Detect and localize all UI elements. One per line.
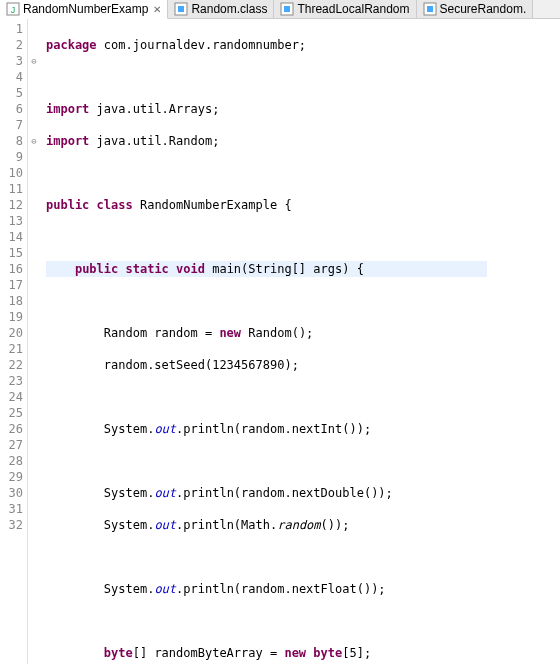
svg-rect-3 [178,6,184,12]
svg-text:J: J [11,5,16,15]
fold-gutter: ⊖⊖ [28,19,40,664]
tab-random-class[interactable]: Random.class [168,0,274,18]
java-file-icon: J [6,2,20,16]
tab-label: RandomNumberExamp [23,2,148,16]
tab-random-number-example[interactable]: J RandomNumberExamp ✕ [0,0,168,19]
fold-toggle-icon[interactable]: ⊖ [28,53,40,69]
tab-label: ThreadLocalRandom [297,2,409,16]
code-area[interactable]: package com.journaldev.randomnumber; imp… [40,19,487,664]
tab-label: Random.class [191,2,267,16]
svg-rect-7 [427,6,433,12]
tab-label: SecureRandom. [440,2,527,16]
line-numbers: 1234567891011121314151617181920212223242… [0,19,28,664]
class-file-icon [280,2,294,16]
close-icon[interactable]: ✕ [153,4,161,15]
class-file-icon [423,2,437,16]
editor-tabs: J RandomNumberExamp ✕ Random.class Threa… [0,0,560,19]
class-file-icon [174,2,188,16]
tab-thread-local-random[interactable]: ThreadLocalRandom [274,0,416,18]
tab-secure-random[interactable]: SecureRandom. [417,0,534,18]
svg-rect-5 [284,6,290,12]
code-editor[interactable]: 1234567891011121314151617181920212223242… [0,19,560,664]
fold-toggle-icon[interactable]: ⊖ [28,133,40,149]
